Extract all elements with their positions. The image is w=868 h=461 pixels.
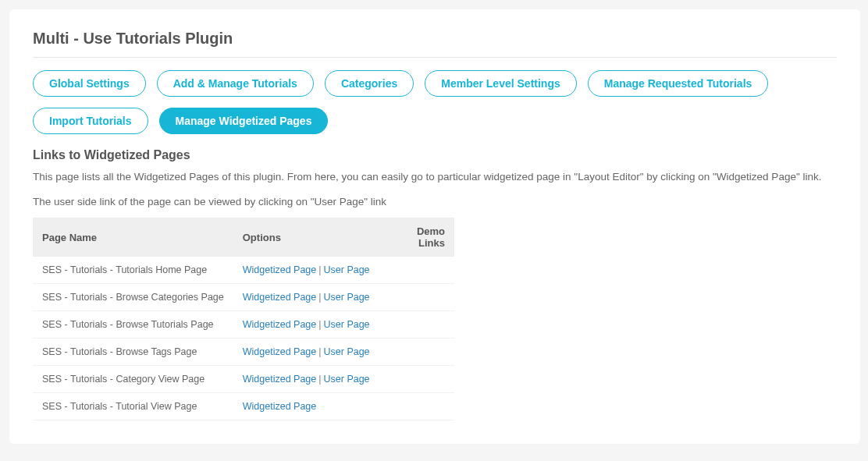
options-cell: Widgetized Page|User Page [233, 366, 379, 393]
tab-import-tutorials[interactable]: Import Tutorials [33, 108, 148, 134]
table-row: SES - Tutorials - Browse Categories Page… [33, 284, 454, 311]
page-name-cell: SES - Tutorials - Tutorials Home Page [33, 257, 233, 284]
tab-manage-requested-tutorials[interactable]: Manage Requested Tutorials [588, 70, 769, 97]
table-row: SES - Tutorials - Tutorial View PageWidg… [33, 393, 454, 420]
options-cell: Widgetized Page [233, 393, 379, 420]
table-row: SES - Tutorials - Browse Tutorials PageW… [33, 311, 454, 339]
options-cell: Widgetized Page|User Page [233, 311, 379, 339]
tab-categories[interactable]: Categories [325, 70, 414, 97]
tab-add-manage-tutorials[interactable]: Add & Manage Tutorials [157, 70, 314, 97]
page-name-cell: SES - Tutorials - Category View Page [33, 366, 233, 393]
options-cell: Widgetized Page|User Page [233, 257, 379, 284]
demo-links-cell [379, 339, 454, 366]
link-separator: | [316, 346, 323, 357]
link-separator: | [316, 292, 323, 303]
user-page-link[interactable]: User Page [324, 319, 370, 330]
widgetized-page-link[interactable]: Widgetized Page [243, 346, 317, 357]
options-cell: Widgetized Page|User Page [233, 339, 379, 366]
table-header-row: Page Name Options Demo Links [33, 218, 454, 257]
col-demo-links: Demo Links [379, 218, 454, 257]
admin-card: Multi - Use Tutorials Plugin Global Sett… [9, 9, 860, 444]
tabs-container: Global SettingsAdd & Manage TutorialsCat… [33, 70, 837, 134]
page-name-cell: SES - Tutorials - Browse Tags Page [33, 339, 233, 366]
widgetized-pages-table: Page Name Options Demo Links SES - Tutor… [33, 218, 454, 420]
tab-manage-widgetized-pages[interactable]: Manage Widgetized Pages [159, 108, 329, 134]
section-desc-1: This page lists all the Widgetized Pages… [33, 168, 837, 186]
demo-links-cell [379, 393, 454, 420]
widgetized-page-link[interactable]: Widgetized Page [243, 319, 317, 330]
user-page-link[interactable]: User Page [324, 264, 370, 275]
user-page-link[interactable]: User Page [324, 346, 370, 357]
link-separator: | [316, 264, 323, 275]
widgetized-page-link[interactable]: Widgetized Page [243, 401, 317, 412]
divider [33, 57, 837, 58]
link-separator: | [316, 319, 323, 330]
page-name-cell: SES - Tutorials - Tutorial View Page [33, 393, 233, 420]
page-name-cell: SES - Tutorials - Browse Categories Page [33, 284, 233, 311]
tab-member-level-settings[interactable]: Member Level Settings [425, 70, 577, 97]
table-row: SES - Tutorials - Tutorials Home PageWid… [33, 257, 454, 284]
table-row: SES - Tutorials - Browse Tags PageWidget… [33, 339, 454, 366]
demo-links-cell [379, 284, 454, 311]
link-separator: | [316, 374, 323, 385]
section-heading: Links to Widgetized Pages [33, 148, 837, 162]
demo-links-cell [379, 311, 454, 339]
page-name-cell: SES - Tutorials - Browse Tutorials Page [33, 311, 233, 339]
table-row: SES - Tutorials - Category View PageWidg… [33, 366, 454, 393]
col-page-name: Page Name [33, 218, 233, 257]
page-title: Multi - Use Tutorials Plugin [33, 30, 837, 48]
user-page-link[interactable]: User Page [324, 292, 370, 303]
widgetized-page-link[interactable]: Widgetized Page [243, 264, 317, 275]
section-desc-2: The user side link of the page can be vi… [33, 193, 837, 211]
widgetized-page-link[interactable]: Widgetized Page [243, 374, 317, 385]
widgetized-page-link[interactable]: Widgetized Page [243, 292, 317, 303]
col-options: Options [233, 218, 379, 257]
user-page-link[interactable]: User Page [324, 374, 370, 385]
demo-links-cell [379, 257, 454, 284]
demo-links-cell [379, 366, 454, 393]
tab-global-settings[interactable]: Global Settings [33, 70, 146, 97]
options-cell: Widgetized Page|User Page [233, 284, 379, 311]
